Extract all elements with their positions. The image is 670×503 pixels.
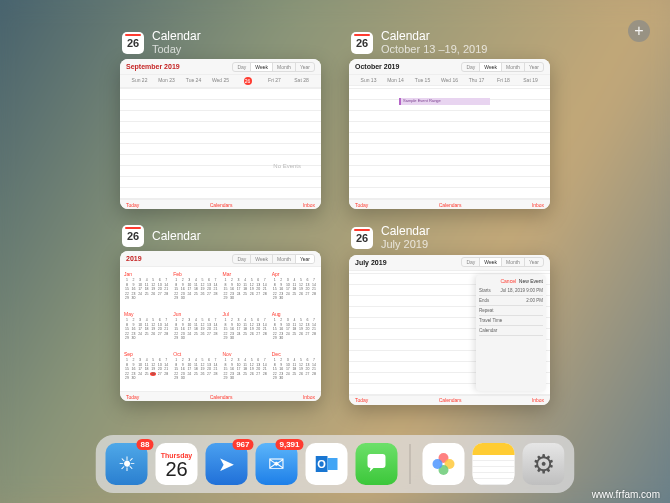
notes-lines-icon bbox=[473, 455, 515, 485]
window-title: Calendar bbox=[152, 30, 201, 43]
mini-month[interactable]: Feb1234567891011121314151617181920212223… bbox=[173, 271, 218, 307]
week-grid[interactable]: Cancel New Event StartsJul 18, 2019 9:00… bbox=[349, 271, 550, 395]
add-window-button[interactable]: + bbox=[628, 20, 650, 42]
editor-field-ends[interactable]: Ends2:00 PM bbox=[479, 296, 543, 306]
cancel-button[interactable]: Cancel bbox=[500, 278, 516, 284]
editor-field-starts[interactable]: StartsJul 18, 2019 9:00 PM bbox=[479, 286, 543, 296]
mini-month[interactable]: Sep1234567891011121314151617181920212223… bbox=[124, 351, 169, 387]
year-header: 2019 bbox=[126, 255, 142, 262]
dock-app-weather[interactable]: ☀ 88 bbox=[106, 443, 148, 485]
mini-month[interactable]: Mar1234567891011121314151617181920212223… bbox=[223, 271, 268, 307]
dock-app-calendar[interactable]: Thursday 26 bbox=[156, 443, 198, 485]
dock-app-outlook[interactable]: O bbox=[306, 443, 348, 485]
footer-inbox[interactable]: Inbox bbox=[532, 202, 544, 208]
mini-month[interactable]: Jan1234567891011121314151617181920212223… bbox=[124, 271, 169, 307]
footer-inbox[interactable]: Inbox bbox=[303, 394, 315, 400]
badge: 9,391 bbox=[275, 439, 303, 450]
footer-today[interactable]: Today bbox=[126, 394, 139, 400]
view-segments[interactable]: Day Week Month Year bbox=[232, 62, 315, 72]
badge: 967 bbox=[232, 439, 253, 450]
watermark: www.frfam.com bbox=[592, 489, 660, 500]
mini-month[interactable]: Jun1234567891011121314151617181920212223… bbox=[173, 311, 218, 347]
view-segments[interactable]: Day Week Month Year bbox=[232, 254, 315, 264]
mini-month[interactable]: Aug1234567891011121314151617181920212223… bbox=[272, 311, 317, 347]
day-header-row: Sun 13 Mon 14 Tue 15 Wed 16 Thu 17 Fri 1… bbox=[349, 75, 550, 86]
window-subtitle: October 13 –19, 2019 bbox=[381, 43, 487, 55]
photos-icon bbox=[428, 448, 460, 480]
badge: 88 bbox=[137, 439, 154, 450]
calendar-icon: 26 bbox=[351, 32, 373, 54]
window-year[interactable]: 26 Calendar 2019 Day Week Month Year Jan… bbox=[120, 225, 321, 404]
footer-today[interactable]: Today bbox=[126, 202, 139, 208]
envelope-icon: ✉ bbox=[268, 452, 285, 476]
editor-field-repeat[interactable]: Repeat bbox=[479, 306, 543, 316]
dock-app-photos[interactable] bbox=[423, 443, 465, 485]
event-editor-panel[interactable]: Cancel New Event StartsJul 18, 2019 9:00… bbox=[476, 275, 546, 391]
window-today[interactable]: 26 Calendar Today September 2019 Day Wee… bbox=[120, 30, 321, 209]
paperplane-icon: ➤ bbox=[218, 452, 235, 476]
message-icon bbox=[364, 451, 390, 477]
calendar-icon: 26 bbox=[122, 225, 144, 247]
editor-field-travel[interactable]: Travel Time bbox=[479, 316, 543, 326]
svg-text:O: O bbox=[317, 458, 326, 470]
dock: ☀ 88 Thursday 26 ➤ 967 ✉ 9,391 O ⚙ bbox=[96, 435, 575, 493]
window-title: Calendar bbox=[381, 30, 487, 43]
month-header: October 2019 bbox=[355, 63, 399, 70]
dock-app-mail[interactable]: ✉ 9,391 bbox=[256, 443, 298, 485]
footer-today[interactable]: Today bbox=[355, 397, 368, 403]
day-header-row: Sun 22 Mon 23 Tue 24 Wed 25 26 Fri 27 Sa… bbox=[120, 75, 321, 88]
notes-header-bar bbox=[473, 443, 515, 455]
view-segments[interactable]: Day Week Month Year bbox=[461, 62, 544, 72]
month-header: September 2019 bbox=[126, 63, 180, 70]
dock-app-notes[interactable] bbox=[473, 443, 515, 485]
mini-month[interactable]: Nov1234567891011121314151617181920212223… bbox=[223, 351, 268, 387]
no-events-label: No Events bbox=[273, 163, 301, 169]
window-october[interactable]: 26 Calendar October 13 –19, 2019 October… bbox=[349, 30, 550, 209]
mini-month[interactable]: May1234567891011121314151617181920212223… bbox=[124, 311, 169, 347]
calendar-event[interactable]: Sample Event Range bbox=[399, 98, 490, 105]
window-july[interactable]: 26 Calendar July 2019 July 2019 Day Week… bbox=[349, 225, 550, 404]
footer-calendars[interactable]: Calendars bbox=[439, 397, 462, 403]
editor-field-calendar[interactable]: Calendar bbox=[479, 326, 543, 336]
dock-app-settings[interactable]: ⚙ bbox=[523, 443, 565, 485]
footer-calendars[interactable]: Calendars bbox=[439, 202, 462, 208]
gear-icon: ⚙ bbox=[532, 449, 555, 480]
month-header: July 2019 bbox=[355, 259, 387, 266]
week-grid[interactable]: No Events bbox=[120, 88, 321, 199]
editor-title: New Event bbox=[519, 278, 543, 284]
calendar-day: 26 bbox=[165, 459, 187, 479]
calendar-icon: 26 bbox=[351, 227, 373, 249]
mini-month[interactable]: Dec1234567891011121314151617181920212223… bbox=[272, 351, 317, 387]
mini-month[interactable]: Apr1234567891011121314151617181920212223… bbox=[272, 271, 317, 307]
footer-calendars[interactable]: Calendars bbox=[210, 394, 233, 400]
view-segments[interactable]: Day Week Month Year bbox=[461, 257, 544, 267]
window-title: Calendar bbox=[381, 225, 430, 238]
plus-icon: + bbox=[634, 22, 643, 40]
footer-inbox[interactable]: Inbox bbox=[532, 397, 544, 403]
window-title: Calendar bbox=[152, 230, 201, 243]
sun-icon: ☀ bbox=[118, 452, 136, 476]
dock-separator bbox=[410, 444, 411, 484]
week-grid[interactable]: Sample Event Range bbox=[349, 86, 550, 199]
dock-app-send[interactable]: ➤ 967 bbox=[206, 443, 248, 485]
mini-month[interactable]: Jul1234567891011121314151617181920212223… bbox=[223, 311, 268, 347]
footer-inbox[interactable]: Inbox bbox=[303, 202, 315, 208]
footer-today[interactable]: Today bbox=[355, 202, 368, 208]
window-subtitle: Today bbox=[152, 43, 201, 55]
svg-rect-2 bbox=[328, 458, 338, 470]
outlook-icon: O bbox=[312, 449, 342, 479]
window-grid: 26 Calendar Today September 2019 Day Wee… bbox=[120, 30, 550, 405]
year-grid[interactable]: Jan1234567891011121314151617181920212223… bbox=[120, 267, 321, 391]
today-marker: 26 bbox=[244, 77, 252, 85]
mini-month[interactable]: Oct1234567891011121314151617181920212223… bbox=[173, 351, 218, 387]
calendar-icon: 26 bbox=[122, 32, 144, 54]
svg-point-6 bbox=[433, 459, 443, 469]
window-subtitle: July 2019 bbox=[381, 238, 430, 250]
footer-calendars[interactable]: Calendars bbox=[210, 202, 233, 208]
dock-app-messages[interactable] bbox=[356, 443, 398, 485]
